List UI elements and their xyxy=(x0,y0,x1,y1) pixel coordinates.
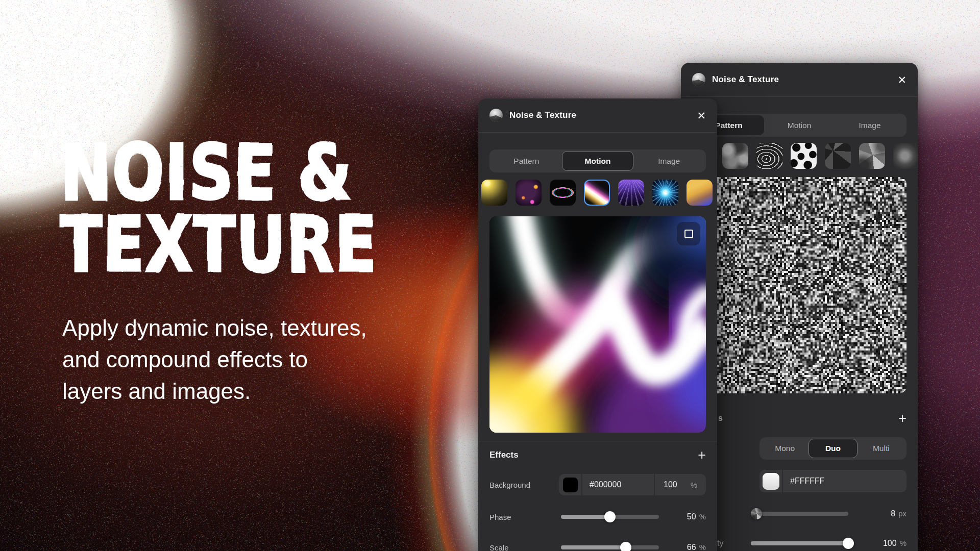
pattern-thumbnail-triangle-mesh[interactable] xyxy=(825,143,851,169)
panel-title: Noise & Texture xyxy=(509,110,690,120)
mode-duo[interactable]: Duo xyxy=(808,439,857,458)
opacity-label-fragment: ty xyxy=(717,539,723,548)
effects-heading: Effects xyxy=(489,450,519,460)
background-hex-field[interactable]: #000000 xyxy=(582,474,655,495)
opacity-slider-thumb[interactable] xyxy=(843,538,854,549)
hero-title: NOISE & TEXTURE xyxy=(60,137,377,281)
scale-row: Scale 66% xyxy=(478,539,717,551)
opacity-value: 100% xyxy=(855,539,906,548)
phase-slider-fill xyxy=(561,515,610,519)
phase-label: Phase xyxy=(489,513,561,521)
close-icon[interactable]: ✕ xyxy=(897,74,906,85)
phase-number: 50 xyxy=(687,512,696,521)
motion-thumbnail-violet-rays[interactable] xyxy=(618,180,644,206)
hero-subtitle-line1: Apply dynamic noise, textures, xyxy=(62,312,367,344)
motion-thumbnail-cyan-starburst[interactable] xyxy=(652,180,678,206)
pattern-thumbnail-soft-noise[interactable] xyxy=(722,143,748,169)
preview-frame-button[interactable] xyxy=(677,222,700,245)
opacity-slider[interactable] xyxy=(751,541,848,545)
motion-thumbnail-yellow-flare[interactable] xyxy=(481,180,507,206)
divider xyxy=(478,441,717,441)
background-opacity-unit: % xyxy=(691,481,697,489)
phase-slider[interactable] xyxy=(561,515,659,519)
static-noise-image xyxy=(692,177,906,393)
color-hex-field[interactable]: #FFFFFF xyxy=(783,470,906,492)
size-value: 8px xyxy=(855,509,906,518)
phase-row: Phase 50% xyxy=(478,509,717,525)
scale-slider-fill xyxy=(561,545,626,549)
panel-title: Noise & Texture xyxy=(712,74,891,85)
scale-value: 66% xyxy=(666,543,706,551)
tab-motion[interactable]: Motion xyxy=(764,115,835,135)
panel-header: Noise & Texture ✕ xyxy=(478,98,717,133)
size-slider[interactable] xyxy=(751,512,848,516)
noise-pattern-preview xyxy=(692,177,906,393)
motion-thumbnail-prism-beam-selected[interactable] xyxy=(584,180,610,206)
opacity-unit: % xyxy=(900,539,906,547)
hero-subtitle-line3: layers and images. xyxy=(62,375,367,407)
pattern-thumbnail-dark-smudge[interactable] xyxy=(893,143,918,169)
color-swatch-cell xyxy=(760,470,783,492)
motion-thumbnail-strip xyxy=(478,180,717,206)
effects-heading-row: Effects + xyxy=(478,446,717,464)
scale-slider-thumb[interactable] xyxy=(620,542,631,551)
opacity-slider-fill xyxy=(751,541,848,545)
hero-subtitle: Apply dynamic noise, textures, and compo… xyxy=(62,312,367,407)
panel-header: Noise & Texture ✕ xyxy=(681,63,918,97)
background-opacity-field[interactable]: 100 % xyxy=(655,474,706,495)
scale-unit: % xyxy=(699,543,706,551)
noise-texture-panel-motion: Noise & Texture ✕ Pattern Motion Image xyxy=(478,98,717,551)
color-field-group: #FFFFFF xyxy=(760,470,906,492)
background-label: Background xyxy=(489,481,559,489)
scale-label: Scale xyxy=(489,543,561,551)
gradient-art xyxy=(489,216,706,433)
tab-motion[interactable]: Motion xyxy=(562,151,634,171)
size-number: 8 xyxy=(891,509,895,518)
opacity-number: 100 xyxy=(883,539,897,547)
hero-title-line1: NOISE & xyxy=(60,137,377,209)
motion-gradient-preview xyxy=(489,216,706,433)
motion-thumbnail-wave-mesh[interactable] xyxy=(550,180,576,206)
colors-heading-fragment: s xyxy=(718,414,723,423)
background-swatch-cell xyxy=(559,474,582,495)
tab-pattern[interactable]: Pattern xyxy=(491,151,562,171)
motion-thumbnail-purple-sparkles[interactable] xyxy=(516,180,542,206)
noise-sphere-icon xyxy=(489,109,503,122)
color-mode-segmented-control: Mono Duo Multi xyxy=(760,437,906,460)
mode-multi[interactable]: Multi xyxy=(857,439,905,458)
size-unit: px xyxy=(898,509,906,518)
add-effect-icon[interactable]: + xyxy=(698,448,706,462)
scale-number: 66 xyxy=(687,543,696,551)
phase-slider-thumb[interactable] xyxy=(604,511,616,522)
square-frame-icon xyxy=(684,230,693,238)
scale-slider[interactable] xyxy=(561,545,659,549)
add-color-icon[interactable]: + xyxy=(898,412,906,425)
pattern-thumbnail-voronoi[interactable] xyxy=(859,143,885,169)
background-opacity-value: 100 xyxy=(664,480,677,489)
hero-title-line2: TEXTURE xyxy=(60,209,377,281)
pattern-thumbnail-ink-spots[interactable] xyxy=(791,143,817,169)
phase-unit: % xyxy=(699,512,706,521)
tab-image[interactable]: Image xyxy=(835,115,905,135)
hero-subtitle-line2: and compound effects to xyxy=(62,344,367,375)
size-slider-thumb[interactable] xyxy=(751,508,762,519)
pattern-motion-image-tabs: Pattern Motion Image xyxy=(692,114,906,137)
motion-thumbnail-amber-blue[interactable] xyxy=(687,180,713,206)
tab-image[interactable]: Image xyxy=(633,151,704,171)
pattern-motion-image-tabs: Pattern Motion Image xyxy=(489,149,706,172)
black-color-swatch[interactable] xyxy=(563,478,578,492)
close-icon[interactable]: ✕ xyxy=(697,110,706,121)
mode-mono[interactable]: Mono xyxy=(761,439,808,458)
noise-sphere-icon xyxy=(692,73,705,86)
white-color-swatch[interactable] xyxy=(763,473,779,490)
background-row: Background #000000 100 % xyxy=(478,474,717,495)
background-field-group: #000000 100 % xyxy=(559,474,706,495)
phase-value: 50% xyxy=(666,512,706,521)
pattern-thumbnail-contour-lines[interactable] xyxy=(756,143,782,169)
